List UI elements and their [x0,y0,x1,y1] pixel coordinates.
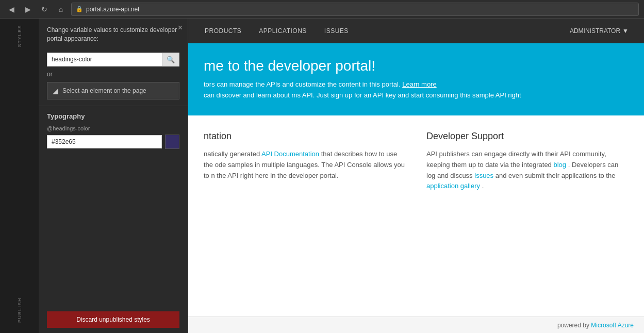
hero-text-2: can discover and learn about ms API. Jus… [204,90,629,101]
content-area: PRODUCTS APPLICATIONS ISSUES ADMINISTRAT… [188,19,644,333]
discard-button[interactable]: Discard unpublished styles [47,311,179,328]
hero-title: me to the developer portal! [204,58,629,74]
search-button[interactable]: 🔍 [162,53,179,66]
doc-text: natically generated API Documentation th… [204,149,406,181]
nav-items: PRODUCTS APPLICATIONS ISSUES [204,27,570,35]
address-bar[interactable] [86,6,634,13]
panel-title: Change variable values to customize deve… [47,26,179,43]
doc-text-before: natically generated [204,150,260,158]
typography-section: Typography @headings-color [39,106,188,155]
panel-header: Change variable values to customize deve… [39,19,188,53]
select-element-label: Select an element on the page [62,87,146,94]
browser-chrome: ◀ ▶ ↻ ⌂ 🔒 [0,0,644,19]
main-layout: STYLES PUBLISH Change variable values to… [0,19,644,333]
panel-footer: Discard unpublished styles [39,306,188,333]
styles-panel: Change variable values to customize deve… [39,19,188,333]
portal-footer: powered by Microsoft Azure [188,317,644,333]
publish-label: PUBLISH [17,297,22,323]
footer-text: powered by [557,322,589,329]
variable-label: @headings-color [47,125,179,131]
color-value-input[interactable] [47,135,162,148]
doc-section: ntation natically generated API Document… [204,131,406,301]
support-text-4: . [482,182,484,190]
refresh-button[interactable]: ↻ [38,3,51,15]
search-box: 🔍 [47,53,179,66]
issues-link[interactable]: issues [474,172,493,179]
search-input[interactable] [47,53,162,65]
nav-products[interactable]: PRODUCTS [204,27,242,35]
support-section: Developer Support API publishers can eng… [426,131,629,301]
nav-issues[interactable]: ISSUES [323,27,350,35]
cursor-icon: ◢ [53,87,58,95]
or-label: or [39,66,188,82]
hero-learn-more-link[interactable]: Learn more [402,80,436,88]
support-title: Developer Support [426,131,629,142]
microsoft-azure-link[interactable]: Microsoft Azure [591,322,634,329]
address-bar-container: 🔒 [71,3,639,16]
app-gallery-link[interactable]: application gallery [426,182,480,190]
forward-button[interactable]: ▶ [22,3,34,15]
left-sidebar: STYLES PUBLISH [0,19,39,333]
back-button[interactable]: ◀ [5,3,18,15]
styles-label: STYLES [17,25,22,47]
portal-nav: PRODUCTS APPLICATIONS ISSUES ADMINISTRAT… [188,19,644,43]
admin-arrow-icon: ▼ [622,27,629,35]
support-text-3: and even submit their applications to th… [496,172,616,179]
admin-label: ADMINISTRATOR [570,27,620,35]
color-input-row [47,135,179,149]
typography-title: Typography [47,112,179,120]
api-doc-link[interactable]: API Documentation [261,150,319,158]
portal-content: ntation natically generated API Document… [188,115,644,317]
admin-menu[interactable]: ADMINISTRATOR ▼ [570,27,629,35]
lock-icon: 🔒 [76,6,83,12]
color-swatch[interactable] [165,135,179,149]
close-button[interactable]: × [178,24,183,32]
support-text: API publishers can engage directly with … [426,149,629,192]
select-element-button[interactable]: ◢ Select an element on the page [47,82,179,99]
nav-applications[interactable]: APPLICATIONS [258,27,307,35]
blog-link[interactable]: blog [553,161,566,169]
doc-title: ntation [204,131,406,142]
hero-section: me to the developer portal! tors can man… [188,43,644,115]
hero-text-1: tors can manage the APIs and customize t… [204,79,629,90]
home-button[interactable]: ⌂ [55,3,67,15]
hero-text-before-link: tors can manage the APIs and customize t… [204,80,401,88]
